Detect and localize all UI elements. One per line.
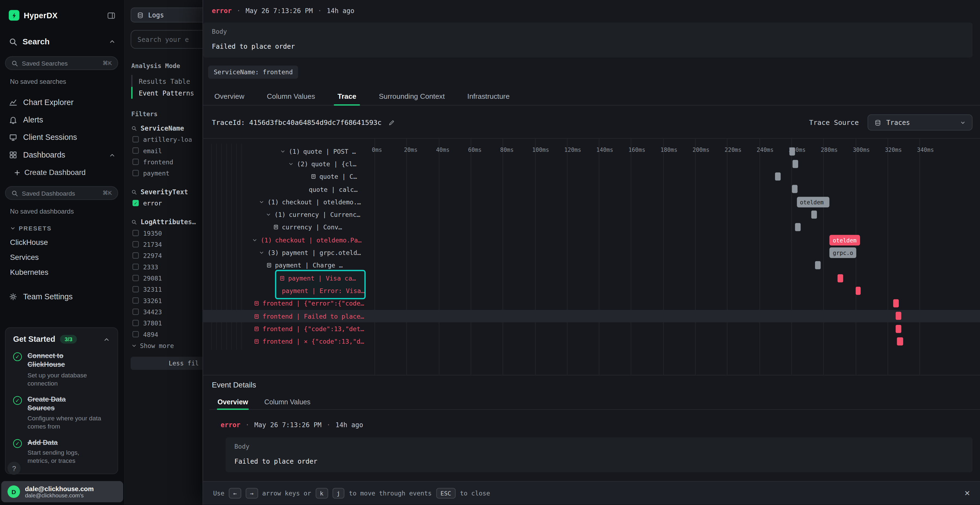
close-icon[interactable]: × [964,488,970,498]
waterfall-row[interactable]: quote | C… [203,170,980,183]
sidebar-item-client-sessions[interactable]: Client Sessions [0,129,124,146]
waterfall-row[interactable]: quote | calc… [203,183,980,195]
tab-overview[interactable]: Overview [209,394,256,409]
sidebar-search-label: Search [22,37,50,46]
separator: · [237,7,241,14]
waterfall-row[interactable]: frontend | Failed to place… [203,310,980,323]
left-arrow-key[interactable]: ← [229,488,241,499]
body-card: Body Failed to place order [203,22,972,58]
waterfall-row[interactable]: currency | Conv… [203,221,980,234]
waterfall-row[interactable]: (1)quote | POST … [203,145,980,158]
checkbox[interactable] [132,230,139,236]
tab-infrastructure[interactable]: Infrastructure [456,87,521,105]
chevron-down-icon[interactable] [280,149,286,154]
span-duration-bar[interactable] [793,160,799,168]
span-duration-bar[interactable] [838,274,843,282]
get-started-header[interactable]: Get Started 3/3 [13,335,110,344]
chevron-down-icon[interactable] [266,212,271,218]
sidebar-item-dashboards[interactable]: Dashboards [0,146,124,164]
span-duration-bar[interactable] [775,173,781,181]
esc-key[interactable]: ESC [436,488,456,499]
checkbox[interactable] [132,241,139,247]
chevron-down-icon[interactable] [252,237,258,243]
span-duration-bar[interactable] [895,312,901,320]
saved-searches-input[interactable]: Saved Searches ⌘K [5,56,118,70]
chevron-down-icon [131,343,137,348]
tab-trace[interactable]: Trace [326,87,368,105]
span-duration-bar[interactable] [790,147,795,156]
help-button[interactable]: ? [8,462,21,475]
span-duration-bar[interactable]: oteldem [797,197,830,208]
checkbox[interactable] [132,286,139,292]
get-started-item-add-data[interactable]: ✓Add DataStart sending logs, metrics, or… [13,438,110,465]
j-key[interactable]: j [332,488,344,499]
preset-services[interactable]: Services [0,250,124,265]
preset-kubernetes[interactable]: Kubernetes [0,265,124,280]
checkbox[interactable] [132,136,139,143]
checkbox[interactable] [132,320,139,326]
waterfall-row[interactable]: frontend | × {"code":13,"d… [203,335,980,348]
waterfall-row[interactable]: frontend | {"error":{"code… [203,297,980,310]
trace-id-row: TraceId: 4156d3fbc40a64854d9dc7f68641593… [212,113,972,132]
edit-pencil-icon[interactable] [388,119,395,126]
span-duration-bar[interactable] [855,286,861,295]
span-duration-bar[interactable]: grpc.o [830,248,856,258]
k-key[interactable]: k [315,488,328,499]
team-settings-button[interactable]: Team Settings [0,292,124,301]
chevron-down-icon[interactable] [259,199,265,205]
analysis-mode-results-table[interactable]: Results Table [131,75,194,87]
span-duration-bar[interactable] [792,185,798,194]
span-duration-bar[interactable] [897,337,904,346]
tab-overview[interactable]: Overview [203,87,256,105]
checkbox[interactable] [132,331,139,337]
right-arrow-key[interactable]: → [245,488,258,499]
span-count: (3) [267,249,279,256]
span-duration-bar[interactable] [795,223,801,231]
waterfall-row[interactable]: (1)checkout | oteldemo.… [203,195,980,208]
checkbox[interactable]: ✓ [132,200,139,206]
create-dashboard-button[interactable]: Create Dashboard [0,164,124,181]
checkbox[interactable] [132,275,139,281]
span-duration-bar[interactable] [811,211,817,219]
preset-clickhouse[interactable]: ClickHouse [0,235,124,250]
checkbox[interactable] [132,264,139,270]
trace-source-value: Traces [886,119,910,126]
waterfall-row[interactable]: (1)currency | Currenc… [203,208,980,221]
span-duration-bar[interactable] [895,325,901,333]
tab-surrounding-context[interactable]: Surrounding Context [368,87,456,105]
sidebar-collapse-icon[interactable] [107,11,116,20]
service-name-tag[interactable]: ServiceName: frontend [208,65,299,79]
sidebar-item-alerts[interactable]: Alerts [0,111,124,129]
chevron-down-icon[interactable] [259,250,265,256]
span-text: quote | POST … [303,148,356,154]
checkbox[interactable] [132,308,139,315]
get-started-item-connect-to-clickhouse[interactable]: ✓Connect to ClickHouseSet up your databa… [13,351,110,387]
sidebar-item-chart-explorer[interactable]: Chart Explorer [0,94,124,111]
facet-name: ServiceName [141,124,184,132]
monitor-icon [9,133,18,142]
checkbox[interactable] [132,148,139,154]
get-started-item-create-data-sources[interactable]: ✓Create Data SourcesConfigure where your… [13,395,110,430]
checkbox[interactable] [132,159,139,165]
checkbox[interactable] [132,170,139,176]
analysis-mode-event-patterns[interactable]: Event Patterns [131,87,194,99]
waterfall-row[interactable]: (1)checkout | oteldemo.Pa… [203,234,980,246]
span-duration-bar[interactable]: oteldem [830,235,860,246]
trace-source-select[interactable]: Traces [867,114,973,130]
waterfall-row[interactable]: frontend | {"code":13,"det… [203,322,980,335]
user-menu[interactable]: D dale@clickhouse.com dale@clickhouse.co… [2,481,123,502]
presets-header[interactable]: PRESETS [0,218,124,235]
checkbox[interactable] [132,252,139,259]
tab-column-values[interactable]: Column Values [256,394,318,409]
facet-option-label: email [143,147,162,154]
span-duration-bar[interactable] [893,299,899,308]
waterfall-row[interactable]: (3)payment | grpc.oteld… [203,246,980,259]
span-duration-bar[interactable] [815,261,821,269]
checkbox[interactable] [132,297,139,304]
chevron-down-icon[interactable] [288,161,294,167]
tab-column-values[interactable]: Column Values [256,87,326,105]
waterfall-row[interactable]: (2)quote | {cl… [203,157,980,170]
span-count: (1) [289,148,300,154]
sidebar-section-search[interactable]: Search [0,28,124,51]
saved-dashboards-input[interactable]: Saved Dashboards ⌘K [5,186,118,200]
